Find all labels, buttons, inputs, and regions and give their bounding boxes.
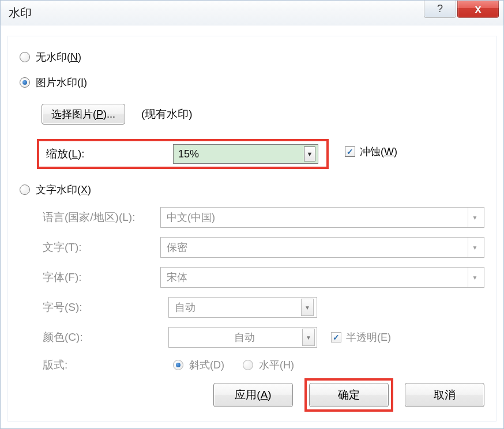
size-value: 自动 (175, 300, 195, 314)
language-value: 中文(中国) (167, 210, 215, 224)
scale-label: 缩放(L): (46, 146, 173, 161)
size-select[interactable]: 自动 ▼ (168, 297, 317, 318)
color-row: 颜色(C): 自动 ▼ 半透明(E) (43, 322, 484, 352)
scale-value: 15% (178, 148, 199, 160)
layout-horizontal-radio[interactable]: 水平(H) (238, 358, 294, 372)
close-button[interactable]: x (457, 1, 499, 18)
layout-diagonal-label: 斜式(D) (189, 358, 224, 372)
text-content-label: 文字(T): (43, 240, 160, 255)
checkbox-icon (331, 332, 341, 343)
chevron-down-icon: ▼ (468, 208, 482, 227)
help-button[interactable]: ? (424, 1, 456, 18)
layout-diagonal-radio[interactable]: 斜式(D) (168, 358, 224, 372)
dialog-title: 水印 (9, 5, 32, 21)
help-icon: ? (437, 3, 443, 15)
text-content-select[interactable]: 保密 ▼ (160, 237, 484, 258)
radio-picture-watermark[interactable]: 图片水印(I) (20, 70, 484, 95)
color-select[interactable]: 自动 ▼ (168, 327, 317, 348)
select-picture-row: 选择图片(P)... (现有水印) (42, 100, 484, 129)
title-bar: 水印 ? x (0, 0, 504, 25)
radio-label-text: 文字水印(X) (36, 183, 91, 197)
scale-highlight: 缩放(L): 15% ▼ (37, 139, 329, 169)
font-row: 字体(F): 宋体 ▼ (43, 262, 484, 292)
ok-highlight: 确定 (304, 378, 393, 412)
language-row: 语言(国家/地区)(L): 中文(中国) ▼ (43, 202, 484, 232)
radio-icon (20, 52, 30, 62)
layout-row: 版式: 斜式(D) 水平(H) (43, 352, 484, 378)
font-value: 宋体 (167, 270, 187, 284)
size-row: 字号(S): 自动 ▼ (43, 292, 484, 322)
washout-label: 冲蚀(W) (360, 145, 397, 159)
cancel-button[interactable]: 取消 (405, 383, 484, 407)
radio-text-watermark[interactable]: 文字水印(X) (20, 177, 484, 202)
titlebar-buttons: ? x (424, 1, 499, 18)
existing-watermark-text: (现有水印) (141, 107, 193, 122)
chevron-down-icon: ▼ (301, 299, 314, 316)
semitransparent-label: 半透明(E) (346, 330, 391, 344)
color-value: 自动 (234, 330, 255, 344)
chevron-down-icon: ▼ (468, 238, 482, 257)
radio-icon (20, 77, 30, 88)
radio-icon (243, 360, 253, 370)
dialog-inner: 无水印(N) 图片水印(I) 选择图片(P)... (现有水印) 缩放(L): (7, 36, 497, 422)
chevron-down-icon: ▼ (468, 268, 482, 287)
text-content-value: 保密 (167, 240, 187, 254)
radio-icon (20, 185, 30, 195)
radio-no-watermark[interactable]: 无水印(N) (20, 44, 484, 70)
chevron-down-icon: ▼ (302, 329, 315, 346)
radio-label-none: 无水印(N) (36, 50, 81, 64)
text-content-row: 文字(T): 保密 ▼ (43, 232, 484, 262)
radio-label-picture: 图片水印(I) (36, 76, 87, 89)
scale-select[interactable]: 15% ▼ (173, 144, 318, 164)
layout-label: 版式: (43, 358, 168, 372)
language-label: 语言(国家/地区)(L): (43, 210, 160, 225)
checkbox-icon (345, 146, 355, 157)
washout-checkbox[interactable]: 冲蚀(W) (345, 145, 397, 159)
close-icon: x (475, 2, 481, 16)
ok-button[interactable]: 确定 (309, 383, 389, 407)
color-label: 颜色(C): (43, 330, 168, 345)
apply-button[interactable]: 应用(A) (213, 383, 293, 407)
font-label: 字体(F): (43, 270, 160, 285)
select-picture-button[interactable]: 选择图片(P)... (42, 104, 125, 125)
dialog-client: 无水印(N) 图片水印(I) 选择图片(P)... (现有水印) 缩放(L): (0, 25, 504, 429)
chevron-down-icon: ▼ (304, 146, 315, 161)
language-select[interactable]: 中文(中国) ▼ (160, 207, 484, 228)
semitransparent-checkbox[interactable]: 半透明(E) (331, 330, 391, 344)
dialog-buttons: 应用(A) 确定 取消 (213, 378, 484, 412)
radio-icon (173, 360, 183, 370)
font-select[interactable]: 宋体 ▼ (160, 267, 484, 288)
layout-horizontal-label: 水平(H) (259, 358, 294, 372)
size-label: 字号(S): (43, 300, 168, 315)
